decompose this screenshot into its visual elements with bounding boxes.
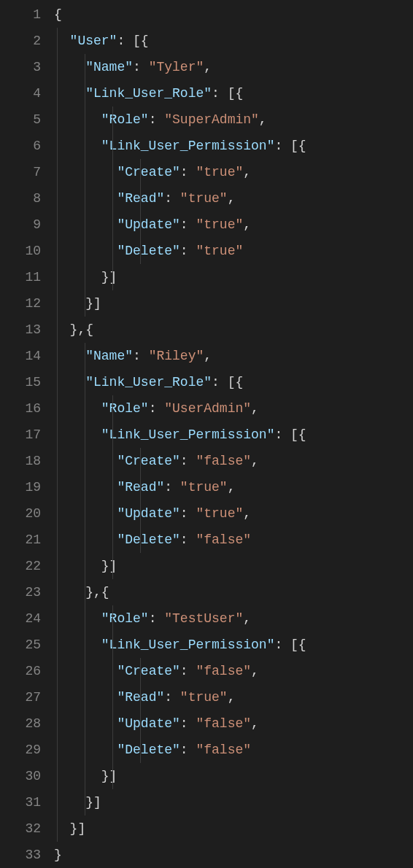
code-line[interactable]: },{ <box>54 317 413 343</box>
indent-guide <box>112 658 113 684</box>
indent-guide <box>85 527 85 553</box>
code-line[interactable]: "Link_User_Role": [{ <box>54 369 413 395</box>
code-line[interactable]: "Role": "UserAdmin", <box>54 395 413 422</box>
code-line[interactable]: "Role": "SuperAdmin", <box>54 106 413 133</box>
code-line[interactable]: } <box>54 842 413 868</box>
code-line[interactable]: "Read": "true", <box>54 185 413 212</box>
indent-guide <box>112 159 113 185</box>
json-punct: : <box>180 454 196 468</box>
code-line[interactable]: }] <box>54 789 413 815</box>
indent-guide <box>112 106 113 133</box>
indent-guide <box>140 710 141 737</box>
indent-guide <box>112 763 113 789</box>
json-punct: : [{ <box>274 638 306 652</box>
indent-guide <box>57 553 58 579</box>
json-string: "true" <box>180 690 228 705</box>
json-punct <box>54 638 101 652</box>
json-string: "false" <box>196 454 251 468</box>
json-string: "true" <box>196 506 243 521</box>
line-number: 13 <box>0 317 41 343</box>
code-line[interactable]: "Update": "true", <box>54 212 413 238</box>
indent-guide <box>85 474 85 500</box>
json-punct: : <box>149 611 165 626</box>
code-line[interactable]: "Create": "false", <box>54 658 413 684</box>
code-line[interactable]: }] <box>54 290 413 317</box>
json-punct: : [{ <box>274 427 306 442</box>
line-number: 20 <box>0 500 41 527</box>
code-editor[interactable]: 1234567891011121314151617181920212223242… <box>0 0 413 868</box>
json-punct <box>54 716 117 731</box>
code-line[interactable]: "Create": "true", <box>54 159 413 185</box>
code-area[interactable]: { "User": [{ "Name": "Tyler", "Link_User… <box>54 1 413 868</box>
indent-guide <box>57 422 58 448</box>
indent-guide <box>140 737 141 763</box>
indent-guide <box>112 474 113 500</box>
code-line[interactable]: "Read": "true", <box>54 684 413 710</box>
indent-guide <box>112 448 113 474</box>
code-line[interactable]: "Update": "false", <box>54 710 413 737</box>
json-punct: }] <box>54 296 101 311</box>
json-punct <box>54 349 85 363</box>
code-line[interactable]: "Read": "true", <box>54 474 413 500</box>
code-line[interactable]: }] <box>54 553 413 579</box>
indent-guide <box>85 290 85 317</box>
indent-guide <box>85 553 85 579</box>
code-line[interactable]: }] <box>54 763 413 789</box>
code-line[interactable]: "Link_User_Role": [{ <box>54 80 413 106</box>
json-key: "Delete" <box>117 743 180 757</box>
indent-guide <box>57 789 58 815</box>
indent-guide <box>57 632 58 658</box>
indent-guide <box>57 763 58 789</box>
json-string: "TestUser" <box>164 611 243 626</box>
line-number: 31 <box>0 789 41 815</box>
json-punct <box>54 664 117 678</box>
json-key: "Create" <box>117 664 180 678</box>
line-number: 30 <box>0 763 41 789</box>
line-number-gutter: 1234567891011121314151617181920212223242… <box>0 1 54 868</box>
code-line[interactable]: "Delete": "true" <box>54 238 413 264</box>
json-punct: , <box>251 664 259 678</box>
code-line[interactable]: "Create": "false", <box>54 448 413 474</box>
json-punct: : [{ <box>117 34 148 48</box>
line-number: 25 <box>0 632 41 658</box>
indent-guide <box>85 605 85 632</box>
json-punct: : <box>133 60 149 74</box>
line-number: 10 <box>0 238 41 264</box>
line-number: 5 <box>0 106 41 133</box>
code-line[interactable]: "Update": "true", <box>54 500 413 527</box>
json-punct: , <box>228 480 236 495</box>
indent-guide <box>57 579 58 605</box>
line-number: 28 <box>0 710 41 737</box>
code-line[interactable]: },{ <box>54 579 413 605</box>
indent-guide <box>112 737 113 763</box>
indent-guide <box>112 395 113 422</box>
line-number: 9 <box>0 212 41 238</box>
indent-guide <box>57 474 58 500</box>
code-line[interactable]: "Link_User_Permission": [{ <box>54 133 413 159</box>
line-number: 24 <box>0 605 41 632</box>
line-number: 7 <box>0 159 41 185</box>
code-line[interactable]: "Delete": "false" <box>54 527 413 553</box>
code-line[interactable]: "Role": "TestUser", <box>54 605 413 632</box>
code-line[interactable]: "Delete": "false" <box>54 737 413 763</box>
indent-guide <box>112 422 113 448</box>
line-number: 18 <box>0 448 41 474</box>
code-line[interactable]: }] <box>54 264 413 290</box>
code-line[interactable]: "Link_User_Permission": [{ <box>54 422 413 448</box>
code-line[interactable]: "User": [{ <box>54 28 413 54</box>
line-number: 11 <box>0 264 41 290</box>
line-number: 27 <box>0 684 41 710</box>
json-punct: , <box>243 165 251 179</box>
indent-guide <box>140 527 141 553</box>
code-line[interactable]: "Link_User_Permission": [{ <box>54 632 413 658</box>
code-line[interactable]: }] <box>54 815 413 842</box>
code-line[interactable]: "Name": "Tyler", <box>54 54 413 80</box>
indent-guide <box>140 684 141 710</box>
code-line[interactable]: "Name": "Riley", <box>54 343 413 369</box>
code-line[interactable]: { <box>54 1 413 28</box>
json-punct: : [{ <box>274 139 306 153</box>
indent-guide <box>112 238 113 264</box>
indent-guide <box>140 212 141 238</box>
indent-guide <box>85 579 85 605</box>
line-number: 29 <box>0 737 41 763</box>
